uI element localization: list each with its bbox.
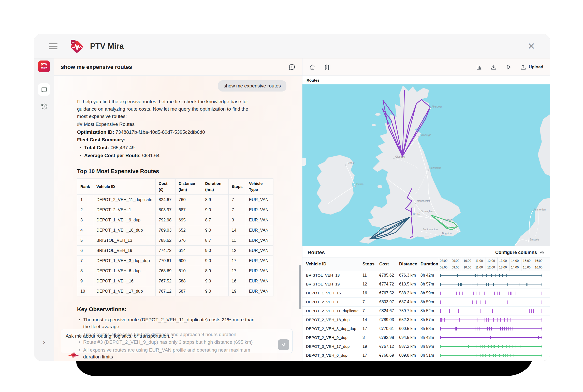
map-city-dot (411, 216, 412, 217)
route-row[interactable]: BRISTOL_VEH_1912€774.72613.5 km8h 57m (302, 280, 550, 289)
map-city-dot (528, 241, 529, 242)
table-cell: EUR_VAN (246, 194, 273, 205)
route-row[interactable]: DEPOT_1_VEH_1616€767.52588.2 km8h 59m (302, 289, 550, 298)
route-stops: 7 (362, 309, 379, 313)
route-row[interactable]: DEPOT_3_VEH_6_dup17€768.69609.8 km8h 51m (302, 351, 550, 360)
routes-table-body: BRISTOL_VEH_1311€785.62676.3 km8h 42mBRI… (302, 271, 550, 360)
map-icon[interactable] (324, 64, 331, 70)
upload-button[interactable]: Upload (520, 64, 543, 70)
configure-columns-button[interactable]: Configure columns (495, 250, 545, 255)
map-city-label: Amsterdam (533, 208, 546, 211)
table-cell: 8.7 (202, 215, 228, 225)
chat-scrollbar[interactable] (299, 265, 301, 309)
routes-table-header: Vehicle ID Stops Cost Distance Duration … (302, 257, 550, 271)
route-stops: 7 (362, 300, 379, 304)
table-cell: 19 (228, 286, 246, 296)
route-stops: 17 (362, 326, 379, 331)
hamburger-menu-icon[interactable] (49, 42, 57, 51)
chat-titlebar: show me expensive routes (54, 58, 302, 76)
col-cost[interactable]: Cost (379, 258, 399, 271)
new-chat-icon[interactable] (288, 63, 296, 71)
close-icon[interactable]: ✕ (528, 42, 535, 51)
route-cost: €770.61 (379, 326, 399, 331)
table-cell: EUR_VAN (246, 225, 273, 235)
route-distance: 600.5 km (399, 326, 420, 331)
route-distance: 687.4 km (399, 300, 420, 304)
table-row: 2DEPOT_2_VEH_1803.976879.07EUR_VAN (77, 205, 273, 215)
download-icon[interactable] (490, 64, 497, 70)
col-distance[interactable]: Distance (399, 258, 420, 271)
route-gantt (438, 324, 545, 333)
route-duration: 8h 58m (420, 326, 438, 331)
map-city-dot (393, 158, 395, 159)
map-city-label: London (444, 219, 452, 221)
timeline-tick-label: 15:00 (521, 258, 533, 264)
table-cell: DEPOT_1_VEH_3_dup_dup (93, 256, 155, 266)
table-cell: DEPOT_1_VEH_18_dup (93, 225, 155, 235)
route-duration: 8h 59m (420, 291, 438, 295)
route-distance: 588.2 km (399, 291, 420, 295)
route-duration: 8h 59m (420, 344, 438, 349)
col-stops[interactable]: Stops (362, 258, 379, 271)
map-city-dot (421, 231, 422, 232)
map-city-dot (428, 169, 429, 171)
table-header-cell: Duration (hrs) (202, 179, 228, 194)
user-message-bubble[interactable]: show me expensive routes (218, 80, 286, 92)
send-button[interactable] (278, 339, 289, 350)
map-city-label: Edinburgh (420, 134, 431, 137)
stage: MI PTV Mira ✕ PTV Mira (0, 0, 583, 392)
chart-icon[interactable] (476, 64, 482, 70)
route-gantt (438, 315, 545, 324)
play-icon[interactable] (505, 64, 512, 70)
map-city-label: Aberdeen (431, 105, 442, 108)
map-city-dot (418, 137, 419, 138)
route-row[interactable]: DEPOT_2_VEH_9_dup3€792.98694.5 km8h 43m (302, 333, 550, 342)
route-gantt (438, 307, 545, 315)
panel-splitter-handle[interactable]: ⋮ (302, 158, 306, 166)
ptv-mira-mini-logo[interactable]: PTV Mira (38, 61, 50, 72)
table-cell: 12 (228, 245, 246, 255)
land-denmark (538, 114, 550, 176)
table-cell: EUR_VAN (246, 205, 273, 215)
table-header-row: RankVehicle IDCost (€)Distance (km)Durat… (77, 179, 273, 194)
timeline-tick-label: 10:00 (462, 258, 474, 264)
table-row: 10DEPOT_1_VEH_17_dup767.125879.019EUR_VA… (77, 286, 273, 296)
table-cell: BRISTOL_VEH_13 (93, 235, 155, 245)
table-row: 9DEPOT_1_VEH_16767.525889.016EUR_VAN (77, 276, 273, 286)
table-cell: 770.61 (155, 256, 175, 266)
table-cell: 652 (176, 225, 202, 235)
home-icon[interactable] (309, 64, 316, 70)
route-cost: €767.52 (379, 291, 399, 295)
table-cell: 9.0 (202, 286, 228, 296)
history-icon[interactable] (41, 103, 48, 110)
col-duration[interactable]: Duration (420, 258, 438, 271)
route-gantt (438, 298, 545, 306)
sidebar-expand-chevron-icon[interactable]: › (43, 338, 45, 346)
app-window: MI PTV Mira ✕ PTV Mira (34, 34, 550, 361)
map[interactable]: GlasgowEdinburghAberdeenNewcastleBelfast… (302, 84, 550, 246)
route-row[interactable]: DEPOT_2_VEH_17€803.97687.4 km8h 59m (302, 298, 550, 307)
sidebar-item-chat[interactable] (38, 83, 50, 96)
table-cell: 9.0 (202, 245, 228, 255)
route-row[interactable]: DEPOT_2_VEH_11_duplicate7€824.67759.7 km… (302, 307, 550, 315)
table-header-cell: Cost (€) (155, 179, 175, 194)
route-gantt (438, 342, 545, 351)
route-duration: 8h 57m (420, 318, 438, 322)
map-city-label: Glasgow (395, 155, 405, 158)
route-row[interactable]: DEPOT_2_VEH_18_dup14€789.03652.3 km8h 57… (302, 315, 550, 324)
route-row[interactable]: BRISTOL_VEH_1311€785.62676.3 km8h 42m (302, 271, 550, 280)
mini-logo-line2: Mira (41, 66, 48, 70)
col-vehicle-id[interactable]: Vehicle ID (306, 258, 362, 271)
table-cell: 8.7 (202, 235, 228, 245)
route-gantt (438, 280, 545, 289)
route-row[interactable]: DEPOT_3_VEH_17_dup19€767.12587.2 km8h 59… (302, 342, 550, 351)
key-observations-title: Key Observations: (77, 305, 255, 313)
fleet-summary-label: Fleet Cost Summary: (77, 136, 255, 144)
table-row: 6BRISTOL_VEH_19774.726149.012EUR_VAN (77, 245, 273, 255)
map-city-label: Dublin (356, 183, 363, 186)
chat-input[interactable]: Ask me about routing, logistics, or tran… (61, 329, 293, 353)
table-cell: 768.69 (155, 266, 175, 276)
route-cost: €803.97 (379, 300, 399, 304)
route-row[interactable]: DEPOT_2_VEH_3_dup_dup17€770.61600.5 km8h… (302, 324, 550, 333)
expensive-routes-table: RankVehicle IDCost (€)Distance (km)Durat… (77, 178, 273, 296)
